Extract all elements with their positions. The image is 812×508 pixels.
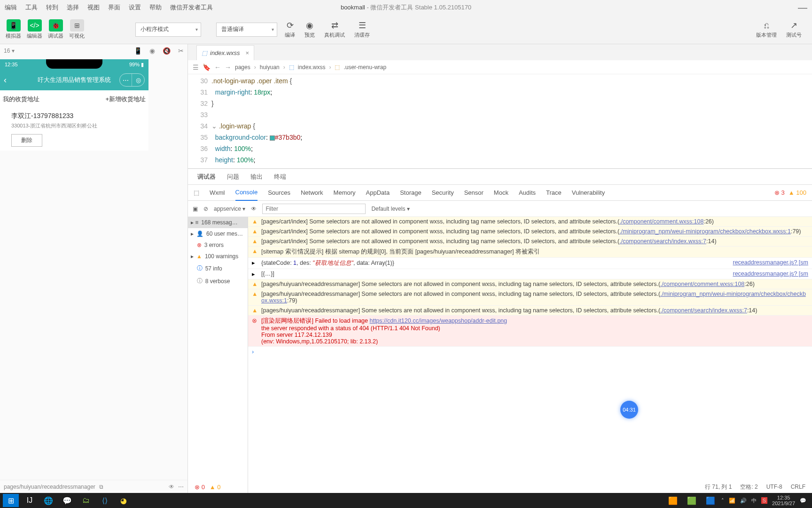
tray-wifi-icon[interactable]: 📶 bbox=[729, 498, 735, 504]
side-messages[interactable]: ▸ ≡ 168 messag… bbox=[188, 217, 248, 228]
levels-dropdown[interactable]: Default levels ▾ bbox=[371, 206, 409, 212]
add-address-button[interactable]: +新增收货地址 bbox=[105, 95, 146, 103]
version-icon[interactable]: ⎌ bbox=[764, 21, 769, 31]
remote-debug-icon[interactable]: ⇄ bbox=[331, 20, 338, 31]
menu-goto[interactable]: 转到 bbox=[46, 3, 58, 12]
tab-problems[interactable]: 问题 bbox=[227, 173, 239, 181]
tab-sources[interactable]: Sources bbox=[268, 189, 290, 196]
tab-wxml[interactable]: Wxml bbox=[210, 189, 225, 196]
tray-sogou[interactable]: S bbox=[761, 497, 767, 504]
tab-memory[interactable]: Memory bbox=[334, 189, 356, 196]
status-bar: 行 71, 列 1 空格: 2 UTF-8 CRLF bbox=[698, 481, 812, 493]
cursor-pos[interactable]: 行 71, 列 1 bbox=[705, 483, 732, 491]
list-icon[interactable]: ☰ bbox=[193, 64, 199, 71]
tab-appdata[interactable]: AppData bbox=[366, 189, 390, 196]
delete-button[interactable]: 删除 bbox=[11, 134, 42, 147]
tab-audits[interactable]: Audits bbox=[519, 189, 536, 196]
side-verbose[interactable]: ⓘ 8 verbose bbox=[188, 275, 248, 287]
minimize-button[interactable]: — bbox=[798, 2, 807, 13]
tab-network[interactable]: Network bbox=[301, 189, 323, 196]
menu-bar: 编辑 工具 转到 选择 视图 界面 设置 帮助 微信开发者工具 bookmall… bbox=[0, 0, 812, 15]
tab-sensor[interactable]: Sensor bbox=[464, 189, 484, 196]
tray-clock[interactable]: 12:352021/9/27 bbox=[772, 495, 795, 506]
back-icon[interactable]: ‹ bbox=[4, 75, 7, 85]
simulator-button[interactable]: 📱 bbox=[7, 19, 21, 32]
app-vscode[interactable]: ⟨⟩ bbox=[97, 494, 113, 507]
console-messages[interactable]: ▲[pages/cart/index] Some selectors are n… bbox=[248, 217, 812, 493]
menu-view[interactable]: 视图 bbox=[87, 3, 100, 12]
app-idea[interactable]: IJ bbox=[22, 494, 38, 507]
tray-icon1[interactable]: 🟧 bbox=[665, 494, 681, 507]
tray-sound-icon[interactable]: 🔊 bbox=[740, 498, 747, 504]
indent[interactable]: 空格: 2 bbox=[740, 483, 757, 491]
tab-console[interactable]: Console bbox=[235, 185, 258, 201]
test-icon[interactable]: ↗ bbox=[790, 20, 797, 31]
nav-back-icon[interactable]: ← bbox=[214, 64, 221, 71]
inspect-icon[interactable]: ⬚ bbox=[194, 189, 199, 196]
app-unknown1[interactable]: 🗂 bbox=[78, 494, 94, 507]
side-errors[interactable]: ⊗ 3 errors bbox=[188, 239, 248, 251]
tab-debugger[interactable]: 调试器 bbox=[197, 173, 216, 181]
app-unknown2[interactable]: ◕ bbox=[116, 494, 132, 507]
eol[interactable]: CRLF bbox=[791, 484, 805, 490]
menu-devtools[interactable]: 微信开发者工具 bbox=[170, 3, 213, 12]
encoding[interactable]: UTF-8 bbox=[766, 484, 782, 490]
tab-vuln[interactable]: Vulnerability bbox=[572, 189, 605, 196]
record-icon[interactable]: ◉ bbox=[149, 47, 155, 55]
tab-terminal[interactable]: 终端 bbox=[274, 173, 286, 181]
file-tab[interactable]: ⬚ index.wxss × bbox=[196, 45, 254, 60]
sound-icon[interactable]: 🔇 bbox=[163, 47, 171, 55]
menu-edit[interactable]: 编辑 bbox=[5, 3, 17, 12]
scope-dropdown[interactable]: appservice ▾ bbox=[214, 206, 245, 212]
tab-output[interactable]: 输出 bbox=[250, 173, 263, 181]
mode-dropdown[interactable]: 小程序模式 bbox=[135, 23, 201, 37]
cut-icon[interactable]: ✂ bbox=[178, 47, 184, 55]
dots-icon[interactable]: ⋯ bbox=[178, 484, 184, 490]
tray-ime[interactable]: 中 bbox=[751, 497, 757, 504]
debugger-button[interactable]: 🐞 bbox=[49, 19, 63, 32]
tab-mock[interactable]: Mock bbox=[494, 189, 508, 196]
tray-notif-icon[interactable]: 💬 bbox=[800, 498, 806, 504]
tab-security[interactable]: Security bbox=[432, 189, 454, 196]
side-info[interactable]: ⓘ 57 info bbox=[188, 262, 248, 275]
copy-path-icon[interactable]: ⧉ bbox=[99, 484, 103, 490]
start-button[interactable]: ⊞ bbox=[3, 494, 19, 507]
side-user[interactable]: ▸ 👤 60 user mes… bbox=[188, 228, 248, 239]
filter-input[interactable] bbox=[262, 204, 366, 214]
compile-icon[interactable]: ⟳ bbox=[287, 20, 294, 31]
clear-console-icon[interactable]: ⊘ bbox=[203, 206, 208, 212]
close-tab-icon[interactable]: × bbox=[246, 49, 250, 56]
phone-battery: 99% ▮ bbox=[129, 62, 144, 68]
clear-cache-icon[interactable]: ☰ bbox=[359, 20, 366, 31]
device-icon[interactable]: 📱 bbox=[134, 47, 142, 55]
error-count-badge[interactable]: ⊗ 3 bbox=[774, 189, 785, 196]
tab-storage[interactable]: Storage bbox=[400, 189, 422, 196]
compile-dropdown[interactable]: 普通编译 bbox=[216, 23, 277, 37]
live-icon[interactable]: 👁 bbox=[251, 206, 257, 212]
nav-fwd-icon[interactable]: → bbox=[225, 64, 231, 71]
toggle-sidebar-icon[interactable]: ▣ bbox=[193, 206, 198, 212]
menu-help[interactable]: 帮助 bbox=[149, 3, 162, 12]
editor-button[interactable]: </> bbox=[28, 19, 42, 32]
code-editor[interactable]: 3031323334353637 .not-login-wrap .oper .… bbox=[188, 74, 812, 168]
menu-tools[interactable]: 工具 bbox=[25, 3, 38, 12]
zoom-dropdown[interactable]: 16 ▾ bbox=[4, 48, 15, 54]
tray-icon2[interactable]: 🟩 bbox=[684, 494, 700, 507]
side-warnings[interactable]: ▸ ▲ 100 warnings bbox=[188, 251, 248, 262]
app-browser[interactable]: 🌐 bbox=[40, 494, 56, 507]
eye-icon[interactable]: 👁 bbox=[169, 484, 174, 490]
bookmark-icon[interactable]: 🔖 bbox=[203, 64, 211, 71]
timer-badge[interactable]: 04:31 bbox=[620, 401, 638, 419]
menu-settings[interactable]: 设置 bbox=[129, 3, 141, 12]
menu-select[interactable]: 选择 bbox=[67, 3, 79, 12]
menu-ui[interactable]: 界面 bbox=[108, 3, 120, 12]
warn-count-badge[interactable]: ▲ 100 bbox=[789, 189, 806, 196]
visualize-button[interactable]: ⊞ bbox=[70, 19, 84, 32]
tray-icon3[interactable]: 🟦 bbox=[703, 494, 718, 507]
address-card[interactable]: 李双江-13797881233 330013-浙江省杭州市西湖区剑桥公社 删除 bbox=[0, 108, 148, 151]
tray-up-icon[interactable]: ˄ bbox=[721, 498, 724, 504]
preview-icon[interactable]: ◉ bbox=[306, 20, 313, 31]
tab-trace[interactable]: Trace bbox=[546, 189, 562, 196]
capsule[interactable]: ⋯◎ bbox=[119, 73, 145, 87]
app-wechat[interactable]: 💬 bbox=[59, 494, 75, 507]
